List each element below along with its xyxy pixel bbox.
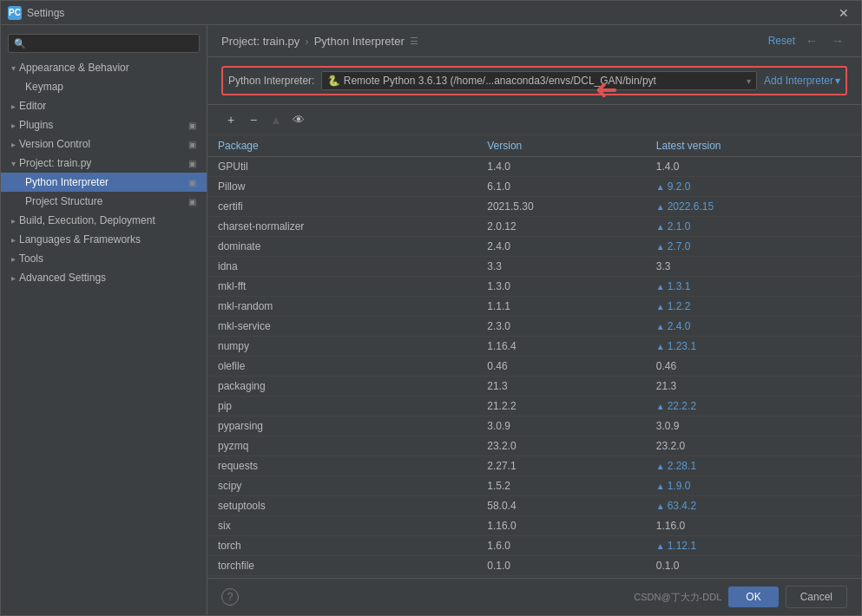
package-name: Pillow [207,177,477,197]
reset-button[interactable]: Reset [768,35,795,47]
latest-version-text: 2.28.1 [668,460,696,472]
breadcrumb-nav: Reset ← → [768,32,847,49]
sidebar-item-tools[interactable]: ▸Tools [1,249,207,268]
package-version: 21.3 [477,377,646,396]
sidebar-item-keymap[interactable]: Keymap [1,77,207,96]
table-row[interactable]: mkl-random1.1.1▲1.2.2 [207,297,861,317]
table-row[interactable]: numpy1.16.4▲1.23.1 [207,337,861,357]
table-row[interactable]: GPUtil1.4.01.4.0 [207,157,861,177]
upgrade-package-button[interactable]: ▲ [266,110,286,129]
sidebar-label: Languages & Frameworks [19,233,141,246]
latest-version-text: 2022.6.15 [668,200,714,213]
breadcrumb-bar: Project: train.py › Python Interpreter ☰… [207,25,861,57]
nav-forward-button[interactable]: → [828,32,847,49]
sidebar-item-project-structure[interactable]: Project Structure▣ [1,192,207,211]
package-version: 1.3.0 [477,277,646,297]
package-latest: ▲1.23.1 [646,337,861,357]
update-arrow-icon: ▲ [656,462,665,471]
table-row[interactable]: six1.16.01.16.0 [207,516,861,536]
settings-window: PC Settings ✕ 🔍 ▾Appearance & BehaviorKe… [0,0,862,616]
col-latest[interactable]: Latest version [646,135,861,157]
table-row[interactable]: setuptools58.0.4▲63.4.2 [207,496,861,516]
search-box[interactable]: 🔍 [8,34,200,53]
package-name: numpy [207,337,477,357]
table-row[interactable]: Pillow6.1.0▲9.2.0 [207,177,861,197]
package-version: 2.0.12 [477,217,646,237]
package-latest: 21.3 [646,377,861,396]
sidebar-item-plugins[interactable]: ▸Plugins▣ [1,115,207,134]
sidebar-item-version-control[interactable]: ▸Version Control▣ [1,134,207,154]
col-version[interactable]: Version [477,135,646,157]
package-latest: ▲1.9.0 [646,476,861,496]
table-row[interactable]: pip21.2.2▲22.2.2 [207,396,861,416]
add-interpreter-label: Add Interpreter [764,75,833,87]
close-button[interactable]: ✕ [833,4,854,22]
update-arrow-icon: ▲ [656,322,665,331]
breadcrumb-sep: › [305,35,308,48]
interpreter-label: Python Interpreter: [228,75,314,87]
table-row[interactable]: torch1.6.0▲1.12.1 [207,536,861,556]
sidebar-item-python-interpreter[interactable]: Python Interpreter▣ [1,173,207,192]
package-version: 2.4.0 [477,237,646,257]
latest-version-text: 2.4.0 [668,320,691,332]
expand-icon: ▸ [11,254,16,264]
latest-version-text: 63.4.2 [668,500,696,512]
table-row[interactable]: pyparsing3.0.93.0.9 [207,416,861,436]
package-version: 1.16.0 [477,516,646,536]
search-input[interactable] [30,37,194,49]
latest-version-text: 1.12.1 [668,540,696,552]
expand-icon: ▾ [11,63,16,73]
package-name: setuptools [207,496,477,516]
col-package[interactable]: Package [207,135,477,157]
package-latest: 1.4.0 [646,157,861,177]
table-row[interactable]: mkl-fft1.3.0▲1.3.1 [207,277,861,297]
table-row[interactable]: scipy1.5.2▲1.9.0 [207,476,861,496]
table-row[interactable]: olefile0.460.46 [207,357,861,377]
sidebar-item-advanced[interactable]: ▸Advanced Settings [1,268,207,287]
package-latest: ▲1.2.2 [646,297,861,317]
package-name: requests [207,456,477,476]
table-row[interactable]: packaging21.321.3 [207,377,861,396]
title-bar-left: PC Settings [8,6,64,20]
table-row[interactable]: charset-normalizer2.0.12▲2.1.0 [207,217,861,237]
update-arrow-icon: ▲ [656,222,665,232]
latest-version-text: 2.1.0 [668,220,691,233]
nav-back-button[interactable]: ← [802,32,821,49]
table-row[interactable]: dominate2.4.0▲2.7.0 [207,237,861,257]
interpreter-section: Python Interpreter: 🐍 Remote Python 3.6.… [207,57,861,105]
show-details-button[interactable]: 👁 [289,110,308,129]
cancel-button[interactable]: Cancel [786,586,847,608]
table-row[interactable]: torchfile0.1.00.1.0 [207,556,861,576]
sidebar-item-appearance[interactable]: ▾Appearance & Behavior [1,58,207,77]
latest-version-text: 22.2.2 [668,400,696,412]
sidebar-label: Project: train.py [19,157,91,169]
table-row[interactable]: idna3.33.3 [207,257,861,277]
package-latest: ▲22.2.2 [646,396,861,416]
sidebar-item-build-exec[interactable]: ▸Build, Execution, Deployment [1,211,207,230]
update-arrow-icon: ▲ [656,541,665,551]
interpreter-selector[interactable]: 🐍 Remote Python 3.6.13 (/home/...anacond… [321,71,757,90]
package-name: charset-normalizer [207,217,477,237]
package-name: GPUtil [207,157,477,177]
table-row[interactable]: pyzmq23.2.023.2.0 [207,436,861,456]
sidebar-item-editor[interactable]: ▸Editor [1,96,207,115]
add-interpreter-button[interactable]: Add Interpreter ▾ [764,75,840,87]
table-row[interactable]: certifi2021.5.30▲2022.6.15 [207,197,861,217]
package-latest: ▲9.2.0 [646,177,861,197]
sidebar-item-project[interactable]: ▾Project: train.py▣ [1,154,207,173]
sidebar-item-languages[interactable]: ▸Languages & Frameworks [1,230,207,249]
help-button[interactable]: ? [221,588,239,606]
add-interpreter-arrow: ▾ [835,75,840,87]
ok-button[interactable]: OK [728,587,778,607]
breadcrumb-settings-icon: ☰ [410,36,418,47]
package-version: 3.0.9 [477,416,646,436]
sidebar-items-container: ▾Appearance & BehaviorKeymap▸Editor▸Plug… [1,58,207,287]
add-package-button[interactable]: + [221,110,240,129]
table-row[interactable]: mkl-service2.3.0▲2.4.0 [207,317,861,337]
app-icon: PC [8,6,22,20]
table-row[interactable]: requests2.27.1▲2.28.1 [207,456,861,476]
package-name: pip [207,396,477,416]
remove-package-button[interactable]: − [244,110,263,129]
package-latest: ▲1.12.1 [646,536,861,556]
expand-icon: ▸ [11,216,16,226]
